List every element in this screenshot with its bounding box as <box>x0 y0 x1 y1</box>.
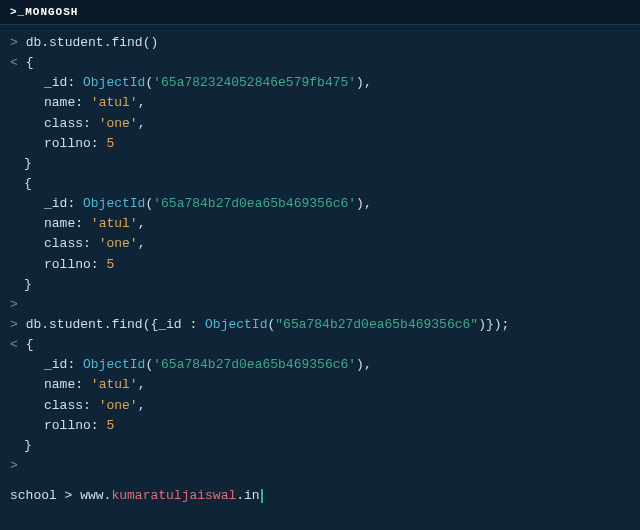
result-close: } <box>10 154 630 174</box>
command-line: > db.student.find() <box>10 33 630 53</box>
prompt-line: > <box>10 456 630 476</box>
prompt-input-line[interactable]: school > www.kumaratuljaiswal.in <box>0 484 640 507</box>
result-field: rollno: 5 <box>10 416 630 436</box>
cursor-icon <box>261 489 263 503</box>
result-field: _id: ObjectId('65a784b27d0ea65b469356c6'… <box>10 355 630 375</box>
result-field: rollno: 5 <box>10 255 630 275</box>
result-field: _id: ObjectId('65a784b27d0ea65b469356c6'… <box>10 194 630 214</box>
db-name: school <box>10 488 57 503</box>
result-field: rollno: 5 <box>10 134 630 154</box>
command-line: > db.student.find({_id : ObjectId("65a78… <box>10 315 630 335</box>
result-open: { <box>10 174 630 194</box>
result-field: _id: ObjectId('65a782324052846e579fb475'… <box>10 73 630 93</box>
result-close: } <box>10 275 630 295</box>
command-text: db.student.find() <box>26 35 159 50</box>
result-open: < { <box>10 335 630 355</box>
prompt-line: > <box>10 295 630 315</box>
result-field: name: 'atul', <box>10 93 630 113</box>
result-close: } <box>10 436 630 456</box>
terminal-output[interactable]: > db.student.find() < { _id: ObjectId('6… <box>0 25 640 484</box>
result-field: name: 'atul', <box>10 214 630 234</box>
result-open: < { <box>10 53 630 73</box>
header-title: >_MONGOSH <box>10 6 78 18</box>
result-field: class: 'one', <box>10 234 630 254</box>
result-field: class: 'one', <box>10 396 630 416</box>
result-field: name: 'atul', <box>10 375 630 395</box>
mongosh-header: >_MONGOSH <box>0 0 640 25</box>
result-field: class: 'one', <box>10 114 630 134</box>
prompt-gt: > <box>10 35 18 50</box>
